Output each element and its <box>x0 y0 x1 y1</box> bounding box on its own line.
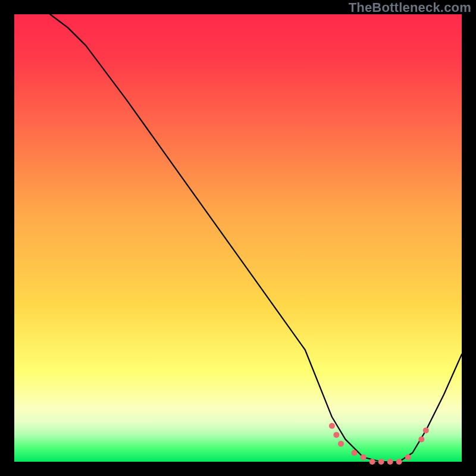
valley-marker-point <box>369 459 375 465</box>
valley-marker-point <box>352 450 358 456</box>
valley-marker-point <box>378 459 384 465</box>
valley-marker-point <box>361 455 367 461</box>
valley-marker-point <box>396 459 402 465</box>
valley-marker-point <box>423 427 429 433</box>
valley-marker-point <box>387 459 393 465</box>
valley-marker-point <box>333 432 339 438</box>
curve-layer <box>14 14 462 462</box>
valley-markers <box>329 423 429 465</box>
valley-marker-point <box>329 423 335 429</box>
watermark-text: TheBottleneck.com <box>349 0 471 15</box>
valley-marker-point <box>405 455 411 461</box>
chart-container: TheBottleneck.com <box>0 0 476 476</box>
plot-area <box>14 14 462 462</box>
bottleneck-curve <box>50 14 462 462</box>
valley-marker-point <box>418 436 424 442</box>
valley-marker-point <box>338 441 344 447</box>
